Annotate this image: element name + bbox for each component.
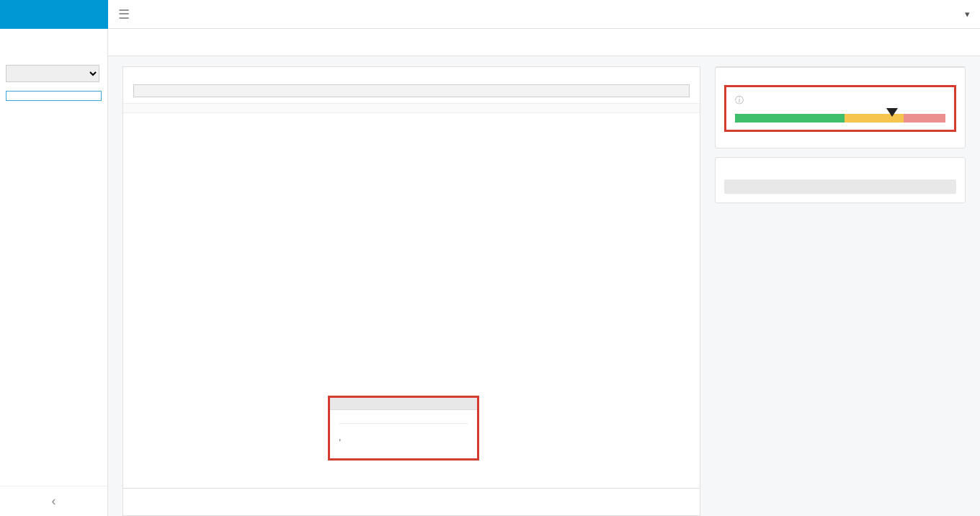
topbar: ☰ ▾ xyxy=(108,0,980,29)
popup-title xyxy=(330,398,477,410)
brand-logo xyxy=(0,0,108,29)
collapse-sidebar-button[interactable]: ‹ xyxy=(0,486,107,516)
user-menu[interactable]: ▾ xyxy=(962,9,970,19)
add-company-button[interactable] xyxy=(6,91,102,101)
sidebar-title xyxy=(0,33,107,49)
show-additional-fields-button[interactable] xyxy=(133,84,690,97)
meter-marker xyxy=(886,108,898,117)
readability-panel: ⓘ xyxy=(715,66,966,148)
company-select[interactable] xyxy=(6,65,99,82)
section-finder-title xyxy=(716,158,965,169)
editor-footer xyxy=(123,488,700,515)
caret-down-icon: ▾ xyxy=(965,9,970,19)
info-icon[interactable]: ⓘ xyxy=(735,94,744,107)
editor-body[interactable]: , xyxy=(123,113,700,488)
section-finder-panel xyxy=(715,157,966,203)
editor-toolbar xyxy=(123,103,700,113)
breadcrumb xyxy=(108,29,980,56)
hamburger-icon[interactable]: ☰ xyxy=(118,6,130,22)
change-company-label xyxy=(0,49,107,62)
grade-meter xyxy=(735,114,945,123)
jd-title[interactable] xyxy=(123,67,700,84)
grade-level-box: ⓘ xyxy=(724,85,956,132)
editor-pane: , xyxy=(122,66,700,516)
info-incorrect-button[interactable] xyxy=(724,179,956,194)
sidebar: ‹ xyxy=(0,0,108,516)
too-many-bullets-popup: , xyxy=(328,396,479,461)
